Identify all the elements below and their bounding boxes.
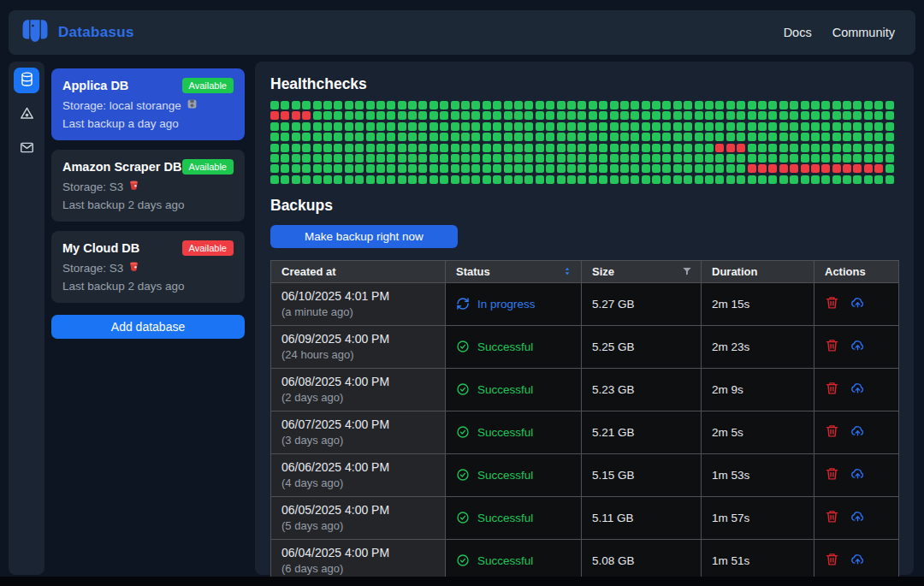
created-at-cell: 06/05/2025 4:00 PM(5 days ago) <box>271 496 446 539</box>
healthcheck-cell <box>355 101 364 110</box>
healthcheck-cell <box>811 122 820 131</box>
healthcheck-cell <box>610 122 619 131</box>
brand-name: Databasus <box>58 24 134 41</box>
backup-row: 06/05/2025 4:00 PM(5 days ago)Successful… <box>271 496 899 539</box>
database-card-amazon-scraper[interactable]: Amazon Scraper DB Available Storage: S3 … <box>51 150 245 222</box>
healthcheck-cell <box>758 164 767 173</box>
delete-backup-button[interactable] <box>825 552 839 569</box>
healthcheck-cell <box>811 111 820 120</box>
healthcheck-cell <box>557 111 566 120</box>
delete-backup-button[interactable] <box>825 295 839 312</box>
healthcheck-cell <box>864 111 873 120</box>
healthcheck-cell <box>886 101 894 110</box>
healthcheck-cell <box>578 175 586 184</box>
size-cell: 5.15 GB <box>582 453 702 496</box>
delete-backup-button[interactable] <box>825 466 839 483</box>
status-cell: Successful <box>446 325 582 368</box>
brand[interactable]: Databasus <box>21 16 134 49</box>
delete-backup-button[interactable] <box>825 509 839 526</box>
healthcheck-cell <box>504 164 512 173</box>
healthcheck-cell <box>387 122 395 131</box>
cloud-upload-icon <box>850 295 865 312</box>
sidebar-item-mail[interactable] <box>14 136 39 162</box>
delete-backup-button[interactable] <box>825 381 839 398</box>
add-database-button[interactable]: Add database <box>51 315 245 339</box>
header-status[interactable]: Status <box>446 260 582 282</box>
sidebar-item-databases[interactable] <box>14 68 39 93</box>
healthcheck-cell <box>536 144 544 152</box>
healthcheck-cell <box>313 133 322 141</box>
restore-backup-button[interactable] <box>850 295 865 312</box>
restore-backup-button[interactable] <box>850 423 865 441</box>
healthcheck-cell <box>631 111 639 120</box>
healthcheck-cell <box>376 101 385 110</box>
restore-backup-button[interactable] <box>850 552 865 569</box>
status-cell: In progress <box>446 282 582 325</box>
healthcheck-cell <box>451 133 459 141</box>
healthcheck-cell <box>387 101 395 110</box>
healthcheck-cell <box>461 164 470 173</box>
healthcheck-cell <box>493 175 501 184</box>
healthcheck-cell <box>567 144 576 152</box>
healthcheck-cell <box>801 175 809 184</box>
backup-row: 06/07/2025 4:00 PM(3 days ago)Successful… <box>271 411 899 453</box>
healthcheck-cell <box>790 122 798 131</box>
header-size[interactable]: Size <box>582 260 702 282</box>
healthcheck-cell <box>652 144 660 152</box>
database-card-applica[interactable]: Applica DB Available Storage: local stor… <box>51 68 245 140</box>
s3-bucket-icon <box>128 180 139 193</box>
nav-link-community[interactable]: Community <box>832 26 895 39</box>
healthcheck-cell <box>418 144 427 152</box>
nav-link-docs[interactable]: Docs <box>784 26 812 39</box>
table-header-row: Created at Status Size Duration <box>271 260 899 282</box>
healthcheck-cell <box>398 164 406 173</box>
healthcheck-cell <box>345 101 353 110</box>
healthcheck-cell <box>440 133 448 141</box>
databasus-elephant-logo-icon <box>21 16 50 49</box>
duration-cell: 1m 53s <box>702 453 814 496</box>
delete-backup-button[interactable] <box>825 338 839 355</box>
database-card-my-cloud[interactable]: My Cloud DB Available Storage: S3 Last b… <box>51 231 245 303</box>
healthcheck-cell <box>864 154 873 163</box>
healthcheck-cell <box>345 144 353 152</box>
delete-backup-button[interactable] <box>825 423 839 441</box>
healthcheck-cell <box>451 101 459 110</box>
restore-backup-button[interactable] <box>850 509 865 526</box>
restore-backup-button[interactable] <box>850 338 865 355</box>
healthcheck-cell <box>737 164 745 173</box>
filter-icon[interactable] <box>681 265 693 277</box>
restore-backup-button[interactable] <box>850 381 865 398</box>
healthcheck-cell <box>599 175 607 184</box>
restore-backup-button[interactable] <box>850 466 865 483</box>
healthcheck-cell <box>366 133 375 141</box>
make-backup-button[interactable]: Make backup right now <box>270 225 458 248</box>
healthcheck-cell <box>536 122 544 131</box>
healthcheck-cell <box>801 133 809 141</box>
healthcheck-cell <box>832 144 841 152</box>
healthcheck-cell <box>557 122 566 131</box>
healthcheck-cell <box>557 144 566 152</box>
healthcheck-cell <box>514 164 523 173</box>
healthcheck-cell <box>886 111 894 120</box>
size-cell: 5.23 GB <box>582 368 702 411</box>
healthcheck-cell <box>599 122 607 131</box>
healthcheck-cell <box>270 154 279 163</box>
healthcheck-cell <box>345 154 353 163</box>
healthcheck-cell <box>461 144 470 152</box>
healthcheck-cell <box>790 175 798 184</box>
healthcheck-cell <box>886 144 894 152</box>
status-label: In progress <box>477 298 536 311</box>
healthcheck-cell <box>504 175 512 184</box>
healthcheck-cell <box>546 101 554 110</box>
sidebar-item-drive[interactable] <box>14 102 39 127</box>
healthcheck-cell <box>323 144 332 152</box>
healthcheck-cell <box>705 175 714 184</box>
healthcheck-cell <box>514 133 523 141</box>
healthcheck-cell <box>811 144 820 152</box>
status-label: Successful <box>477 554 533 567</box>
healthcheck-cell <box>843 122 851 131</box>
healthcheck-cell <box>768 154 777 163</box>
healthcheck-cell <box>429 144 438 152</box>
sort-icon[interactable] <box>561 265 573 277</box>
navbar: Databasus Docs Community <box>9 10 915 55</box>
